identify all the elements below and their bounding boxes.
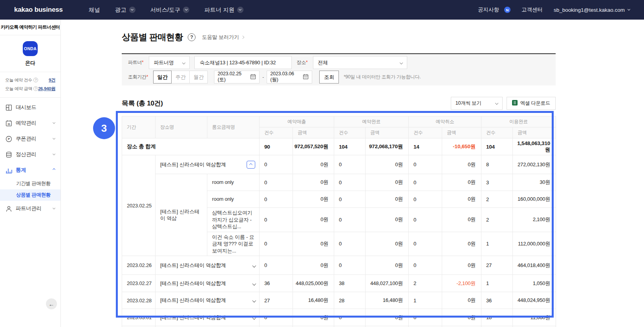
partner-profile: ONDA 온다 [0, 35, 60, 72]
today-stats: 오늘 예약 건수 ? 9건 오늘 예약 금액 ? 26,940원 [0, 72, 60, 98]
col-amount: 금액 [293, 127, 334, 138]
col-count: 건수 [334, 127, 366, 138]
period-monthly-button[interactable]: 월간 [189, 71, 208, 84]
help-link[interactable]: 도움말 보러가기 [202, 34, 244, 41]
page-header: 상품별 판매현황 ? 도움말 보러가기 [122, 32, 556, 42]
date-to-input[interactable]: 2023.03.06 (월) [267, 71, 312, 84]
plan-cell: 삼텍스트십오여기까지가 십오글자 - 삼텍스트십... [207, 208, 260, 232]
chevron-right-icon [241, 36, 244, 39]
col-amount: 금액 [513, 127, 556, 138]
expand-row-button[interactable] [253, 299, 256, 302]
today-amount-value[interactable]: 26,940원 [38, 86, 55, 92]
col-period: 기간 [122, 116, 156, 138]
place-select[interactable]: 전체 [313, 56, 407, 69]
chevron-down-icon [252, 316, 256, 319]
bar-chart-icon [5, 167, 12, 174]
product-sales-table: 기간 장소명 룸요금제명 예약매출 예약완료 예약취소 이용완료 건수 금액 건… [122, 116, 556, 327]
help-tooltip-icon[interactable]: ? [33, 86, 38, 91]
annotation-step-badge: 3 [93, 117, 115, 139]
svg-text:31: 31 [7, 122, 10, 125]
period-segmented-control: 일간 주간 월간 [154, 71, 208, 84]
today-bookings-value[interactable]: 9건 [49, 77, 55, 83]
table-row-date: 2023.02.26 [테스트] 신라스테이 역삼합계 0 0원 0 0원 0 … [122, 256, 556, 275]
nav-ads[interactable]: 광고 [115, 6, 135, 14]
table-row-date: 2023.02.28 [테스트] 신라스테이 역삼합계 27 16,480원 2… [122, 292, 556, 309]
list-title: 목록 (총 10건) [122, 99, 163, 108]
sidebar-item-dashboard[interactable]: 대시보드 [0, 100, 60, 115]
help-tooltip-icon[interactable]: ? [33, 78, 38, 82]
expand-row-button[interactable] [253, 282, 256, 285]
partner-search-input[interactable]: 숙소채널13 | 123-45-67890 | ID:32 [194, 56, 292, 69]
collapse-sidebar-button[interactable]: ← [46, 298, 57, 309]
nav-services-tools[interactable]: 서비스/도구 [150, 6, 190, 14]
chevron-up-icon [53, 168, 55, 171]
account-menu[interactable]: sb_booking1@test.kakao.com [554, 7, 630, 13]
sidebar-item-settlement[interactable]: 정산관리 [0, 147, 60, 162]
page-help-icon[interactable]: ? [188, 33, 196, 41]
plan-cell: room only [207, 191, 260, 208]
place-label: 장소* [296, 59, 307, 66]
sidebar-title: 카카오톡 예약하기 파트너센터 [0, 20, 60, 35]
excel-icon [512, 100, 518, 107]
sidebar-item-product-sales[interactable]: 상품별 판매현황 [0, 189, 60, 201]
top-right-menu: 공지사항N 고객센터 sb_booking1@test.kakao.com [478, 6, 630, 13]
chevron-up-icon [249, 164, 252, 167]
chevron-down-icon [495, 102, 498, 105]
col-count: 건수 [409, 127, 442, 138]
list-header: 목록 (총 10건) 10개씩 보기 엑셀 다운로드 [122, 96, 556, 110]
sidebar-item-coupons[interactable]: P 쿠폰관리 [0, 131, 60, 147]
col-group-usage-complete: 이용완료 [481, 116, 556, 127]
kakao-business-logo[interactable]: kakao business [14, 6, 63, 14]
sidebar: 카카오톡 예약하기 파트너센터 ONDA 온다 오늘 예약 건수 ? 9건 오늘… [0, 20, 61, 327]
calendar-icon [250, 74, 256, 81]
sidebar-item-period-sales[interactable]: 기간별 판매현황 [0, 178, 60, 189]
table-row-total: 장소 총 합계 90 972,057,520원 104 972,068,170원… [122, 138, 556, 155]
sidebar-item-reservations[interactable]: 31 예약관리 [0, 115, 60, 131]
col-count: 건수 [481, 127, 513, 138]
date-from-input[interactable]: 2023.02.25 (토) [214, 71, 260, 84]
notice-link[interactable]: 공지사항N [478, 6, 510, 13]
table-row-place-subtotal: 2023.02.25 [테스트] 신라스테이 역삼합계 0 0원 0 0원 0 … [122, 155, 556, 174]
search-button[interactable]: 조회 [319, 71, 339, 84]
expand-row-button[interactable] [253, 316, 256, 319]
period-weekly-button[interactable]: 주간 [171, 71, 190, 84]
database-icon [5, 151, 12, 158]
page-size-select[interactable]: 10개씩 보기 [451, 97, 503, 110]
col-amount: 금액 [366, 127, 409, 138]
table-header: 기간 장소명 룸요금제명 예약매출 예약완료 예약취소 이용완료 건수 금액 건… [122, 116, 556, 138]
chevron-down-icon [53, 153, 55, 155]
new-badge: N [504, 7, 510, 13]
col-place: 장소명 [156, 116, 207, 138]
chevron-down-icon [400, 61, 403, 64]
collapse-row-button[interactable] [247, 161, 255, 169]
calendar-icon [303, 74, 309, 81]
svg-text:P: P [8, 137, 10, 141]
date-range-separator: - [262, 74, 264, 80]
today-amount-row: 오늘 예약 금액 ? 26,940원 [5, 84, 55, 93]
sidebar-item-statistics[interactable]: 통계 [0, 162, 60, 178]
filter-row-partner: 파트너* 파트너명 숙소채널13 | 123-45-67890 | ID:32 … [125, 55, 553, 70]
chevron-down-icon [252, 263, 256, 267]
sales-table-section: 3 기간 장소명 룸요금제명 예약매출 예약완료 예약취소 이용완료 [122, 116, 556, 327]
period-daily-button[interactable]: 일간 [153, 71, 172, 84]
chevron-down-icon [183, 7, 189, 13]
place-cell: [테스트] 신라스테이 역삼합계 [156, 155, 260, 174]
chevron-down-icon [182, 61, 185, 64]
partner-type-select[interactable]: 파트너명 [149, 56, 190, 69]
sidebar-menu: 대시보드 31 예약관리 P 쿠폰관리 정산관리 [0, 98, 60, 216]
plan-cell: room only [207, 174, 260, 191]
filter-panel: 파트너* 파트너명 숙소채널13 | 123-45-67890 | ID:32 … [122, 53, 556, 85]
col-group-booking-sales: 예약매출 [260, 116, 334, 127]
nav-channel[interactable]: 채널 [89, 6, 100, 14]
arrow-left-icon: ← [49, 301, 55, 307]
sidebar-item-partner-management[interactable]: 파트너관리 [0, 201, 60, 216]
help-center-link[interactable]: 고객센터 [521, 6, 543, 13]
col-group-booking-cancel: 예약취소 [409, 116, 481, 127]
nav-partner-support[interactable]: 파트너 지원 [204, 6, 243, 14]
excel-download-button[interactable]: 엑셀 다운로드 [507, 97, 556, 110]
col-count: 건수 [260, 127, 293, 138]
col-plan: 룸요금제명 [207, 116, 260, 138]
table-row-date: 2023.03.01 [테스트] 신라스테이 역삼합계 0 0원 0 0원 0 … [122, 309, 556, 326]
partner-label: 파트너* [128, 59, 143, 66]
expand-row-button[interactable] [253, 264, 256, 267]
